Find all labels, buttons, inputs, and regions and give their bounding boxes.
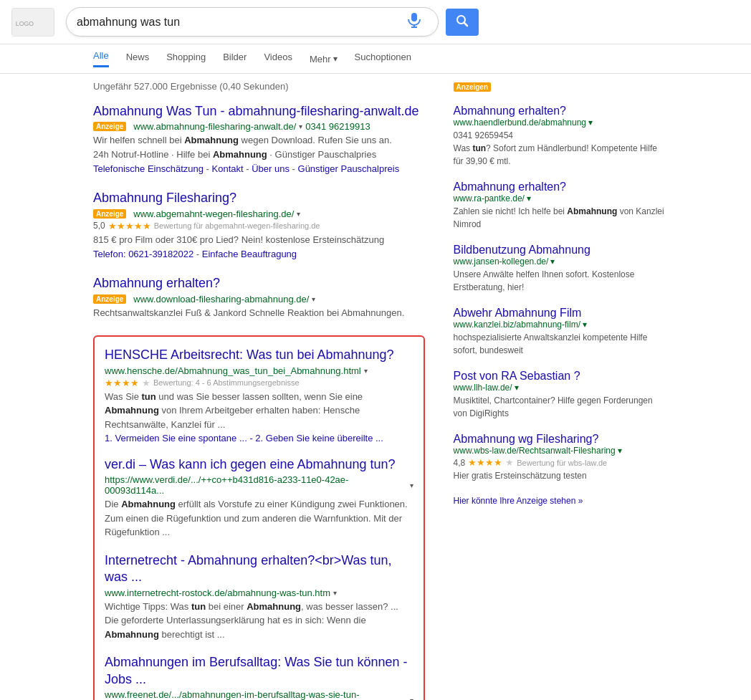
highlighted-result-item: ver.di – Was kann ich gegen eine Abmahnu…: [105, 456, 413, 540]
arrow-icon: ▾: [297, 210, 300, 218]
sidebar-item: Abwehr Abmahnung Film www.kanzlei.biz/ab…: [454, 307, 669, 357]
sidebar-result-title[interactable]: Abmahnung wg Filesharing?: [454, 433, 669, 446]
result-item: Abmahnung Filesharing? Anzeige www.abgem…: [93, 190, 425, 259]
result-item: Abmahnung erhalten? Anzeige www.download…: [93, 275, 425, 320]
result-desc: Was Sie tun und was Sie besser lassen so…: [105, 390, 413, 432]
result-url: https://www.verdi.de/.../++co++b431d816-…: [105, 474, 413, 496]
rating-line: 4,8 ★★★★★ Bewertung für wbs-law.de: [454, 457, 669, 468]
rating-line: ★★★★★ Bewertung: 4 - 6 Abstimmungsergebn…: [105, 378, 413, 388]
anzeige-badge: Anzeige: [93, 209, 126, 219]
quick-links: Telefon: 0621-39182022 - Einfache Beauft…: [93, 249, 425, 259]
quick-link[interactable]: Über uns: [252, 163, 290, 174]
result-url: Anzeige www.abmahnung-filesharing-anwalt…: [93, 121, 425, 132]
sidebar-desc: Zahlen sie nicht! Ich helfe bei Abmahnun…: [454, 205, 669, 231]
sidebar-desc: Hier gratis Ersteinschätzung testen: [454, 469, 669, 482]
sidebar: Anzeigen Abmahnung erhalten? www.haendle…: [454, 81, 669, 700]
arrow-icon: ▾: [618, 446, 622, 456]
highlighted-result-item: Internetrecht - Abmahnung erhalten?<br>W…: [105, 552, 413, 641]
nav-item-suchoptionen[interactable]: Suchoptionen: [355, 52, 412, 67]
nav-item-news[interactable]: News: [126, 52, 150, 67]
anzeige-badge: Anzeige: [93, 294, 126, 304]
logo: LOGO: [11, 8, 54, 37]
main-content: Ungefähr 527.000 Ergebnisse (0,40 Sekund…: [0, 74, 751, 700]
stars-icon: ★★★★: [105, 378, 139, 388]
quick-link[interactable]: Telefon: 0621-39182022: [93, 249, 193, 259]
quick-link[interactable]: Kontakt: [212, 163, 244, 174]
result-title[interactable]: Abmahnungen im Berufsalltag: Was Sie tun…: [105, 654, 413, 688]
rating-line: 5,0 ★★★★★ Bewertung für abgemahnt-wegen-…: [93, 221, 425, 231]
nav-item-videos[interactable]: Videos: [264, 52, 292, 67]
sidebar-url: www.ra-pantke.de/ ▾: [454, 193, 669, 203]
sidebar-url: www.llh-law.de/ ▾: [454, 383, 669, 393]
quick-link[interactable]: Günstiger Pauschalpreis: [298, 163, 400, 174]
search-bar: [66, 7, 439, 37]
sub-links: 1. Vermeiden Sie eine spontane ... - 2. …: [105, 433, 413, 444]
arrow-icon: ▾: [527, 193, 531, 203]
sidebar-item: Bildbenutzung Abmahnung www.jansen-kolle…: [454, 244, 669, 294]
sidebar-result-title[interactable]: Bildbenutzung Abmahnung: [454, 244, 669, 256]
sub-link[interactable]: 1. Vermeiden Sie eine spontane ...: [105, 433, 247, 444]
nav-bar: Alle News Shopping Bilder Videos Mehr ▾ …: [0, 44, 751, 74]
result-url: www.freenet.de/.../abmahnungen-im-berufs…: [105, 689, 413, 700]
highlighted-result-item: Abmahnungen im Berufsalltag: Was Sie tun…: [105, 654, 413, 700]
arrow-icon: ▾: [588, 118, 593, 128]
result-url: www.hensche.de/Abmahnung_was_tun_bei_Abm…: [105, 365, 413, 376]
highlighted-results-box: HENSCHE Arbeitsrecht: Was tun bei Abmahn…: [93, 335, 425, 700]
nav-item-mehr[interactable]: Mehr ▾: [310, 54, 338, 64]
sidebar-item: Post von RA Sebastian ? www.llh-law.de/ …: [454, 370, 669, 420]
empty-star-icon: ★: [142, 378, 150, 388]
result-title[interactable]: ver.di – Was kann ich gegen eine Abmahnu…: [105, 456, 413, 473]
search-input[interactable]: [77, 16, 408, 29]
quick-link[interactable]: Telefonische Einschätzung: [93, 163, 204, 174]
sidebar-result-title[interactable]: Abmahnung erhalten?: [454, 105, 669, 118]
result-url: Anzeige www.download-filesharing-abmahnu…: [93, 294, 425, 305]
nav-item-shopping[interactable]: Shopping: [166, 52, 206, 67]
sidebar-item: Abmahnung erhalten? www.haendlerbund.de/…: [454, 105, 669, 168]
sidebar-item: Abmahnung wg Filesharing? www.wbs-law.de…: [454, 433, 669, 482]
result-desc: Wichtige Tipps: Was tun bei einer Abmahn…: [105, 600, 413, 642]
sidebar-result-title[interactable]: Abmahnung erhalten?: [454, 181, 669, 193]
result-desc: 815 € pro Film oder 310€ pro Lied? Nein!…: [93, 233, 425, 247]
result-desc: Die Abmahnung erfüllt als Vorstufe zu ei…: [105, 497, 413, 540]
sidebar-result-title[interactable]: Post von RA Sebastian ?: [454, 370, 669, 383]
arrow-icon: ▾: [583, 320, 587, 330]
nav-item-bilder[interactable]: Bilder: [223, 52, 247, 67]
arrow-icon: ▾: [550, 256, 555, 267]
svg-line-6: [464, 22, 468, 26]
result-desc: Rechtsanwaltskanzlei Fuß & Jankord Schne…: [93, 306, 425, 320]
quick-links: Telefonische Einschätzung - Kontakt - Üb…: [93, 163, 425, 174]
nav-item-alle[interactable]: Alle: [93, 50, 109, 67]
results-column: Ungefähr 527.000 Ergebnisse (0,40 Sekund…: [93, 81, 425, 700]
arrow-icon: ▾: [364, 367, 368, 375]
arrow-icon: ▾: [333, 589, 337, 597]
sidebar-url: www.kanzlei.biz/abmahnung-film/ ▾: [454, 320, 669, 330]
result-title[interactable]: Abmahnung Filesharing?: [93, 190, 425, 206]
arrow-icon: ▾: [312, 295, 315, 303]
sidebar-footer-link[interactable]: Hier könnte Ihre Anzeige stehen »: [454, 496, 583, 506]
arrow-icon: ▾: [410, 696, 413, 700]
result-title[interactable]: Internetrecht - Abmahnung erhalten?<br>W…: [105, 552, 413, 586]
sub-link[interactable]: 2. Geben Sie keine übereilte ...: [255, 433, 383, 444]
result-title[interactable]: HENSCHE Arbeitsrecht: Was tun bei Abmahn…: [105, 347, 413, 363]
highlighted-result-item: HENSCHE Arbeitsrecht: Was tun bei Abmahn…: [105, 347, 413, 444]
result-title[interactable]: Abmahnung erhalten?: [93, 275, 425, 292]
sidebar-desc: 0341 92659454 Was tun? Sofort zum Händle…: [454, 129, 669, 168]
result-url: Anzeige www.abgemahnt-wegen-filesharing.…: [93, 208, 425, 219]
svg-rect-2: [411, 13, 417, 21]
arrow-icon: ▾: [515, 383, 519, 393]
arrow-icon: ▾: [410, 481, 413, 489]
result-title[interactable]: Abmahnung Was Tun - abmahnung-filesharin…: [93, 103, 425, 120]
sidebar-url: www.haendlerbund.de/abmahnung ▾: [454, 118, 669, 128]
result-desc: Wir helfen schnell bei Abmahnung wegen D…: [93, 133, 425, 161]
sidebar-result-title[interactable]: Abwehr Abmahnung Film: [454, 307, 669, 320]
mic-icon[interactable]: [408, 12, 421, 32]
search-button[interactable]: [446, 9, 479, 36]
results-count: Ungefähr 527.000 Ergebnisse (0,40 Sekund…: [93, 81, 425, 92]
anzeige-badge: Anzeige: [93, 122, 126, 131]
stars-icon: ★★★★: [468, 457, 502, 468]
quick-link[interactable]: Einfache Beauftragung: [202, 249, 297, 259]
result-url: www.internetrecht-rostock.de/abmahnung-w…: [105, 588, 413, 598]
svg-text:LOGO: LOGO: [16, 19, 34, 27]
sidebar-desc: hochspezialisierte Anwaltskanzlei kompet…: [454, 331, 669, 357]
sidebar-desc: Musiktitel, Chartcontainer? Hilfe gegen …: [454, 394, 669, 420]
